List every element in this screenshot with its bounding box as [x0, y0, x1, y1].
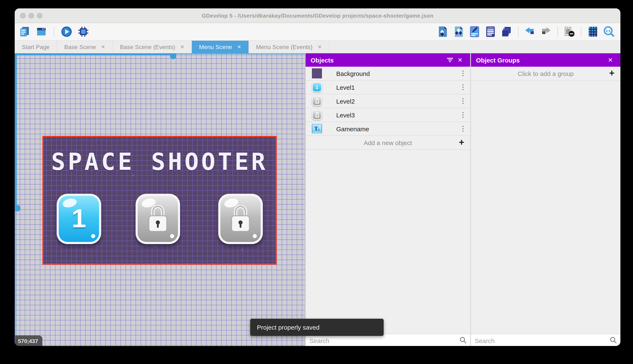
object-groups-panel-header: Object Groups ✕ — [471, 53, 620, 67]
toolbar-left — [15, 26, 89, 37]
level3-locked-button-instance[interactable] — [218, 194, 263, 244]
tab-base-scene[interactable]: Base Scene ✕ — [57, 41, 113, 53]
gamename-text-instance[interactable]: SPACE SHOOTER — [51, 148, 268, 175]
objects-search-input[interactable] — [305, 336, 442, 344]
objects-panel-title: Objects — [311, 56, 445, 64]
add-group-row[interactable]: Click to add a group + — [471, 67, 620, 80]
properties-icon[interactable] — [469, 26, 480, 37]
object-row-level2[interactable]: Level2 ⋮ — [305, 94, 470, 108]
vertical-scrollbar-thumb[interactable] — [15, 205, 21, 211]
search-icon — [609, 336, 617, 344]
tab-label: Menu Scene — [199, 44, 232, 50]
object-name: Level3 — [336, 111, 355, 118]
object-row-level1[interactable]: 1 Level1 ⋮ — [305, 80, 470, 94]
object-menu-kebab-icon[interactable]: ⋮ — [459, 99, 467, 103]
grid-icon[interactable] — [587, 26, 598, 37]
tab-label: Start Page — [22, 44, 50, 50]
horizontal-scrollbar-thumb[interactable] — [170, 53, 176, 59]
groups-search-bar — [471, 334, 620, 346]
cursor-coordinates-badge: 570;437 — [15, 336, 42, 346]
objects-panel-header: Objects ✕ — [305, 53, 470, 67]
objects-panel-empty-space — [305, 150, 470, 334]
close-panel-icon[interactable]: ✕ — [455, 55, 465, 65]
object-name: Level2 — [336, 98, 355, 105]
close-tab-icon[interactable]: ✕ — [237, 44, 241, 50]
close-tab-icon[interactable]: ✕ — [101, 44, 105, 50]
toolbar-separator — [518, 26, 518, 37]
add-object-row[interactable]: Add a new object + — [305, 136, 470, 150]
filter-icon[interactable] — [445, 55, 455, 65]
level2-locked-button-instance[interactable] — [136, 194, 180, 244]
undo-icon[interactable] — [524, 26, 536, 37]
vertical-scrollbar-fill — [15, 53, 17, 208]
tab-label: Menu Scene (Events) — [256, 44, 312, 50]
object-row-gamename[interactable]: Tx Gamename ⋮ — [305, 122, 470, 136]
zoom-window-button[interactable] — [37, 13, 42, 18]
redo-icon[interactable] — [540, 26, 552, 37]
object-groups-panel: Object Groups ✕ Click to add a group + — [471, 53, 620, 346]
save-toast: Project properly saved — [250, 319, 384, 336]
window-title: GDevelop 5 - /Users/dkarakay/Documents/G… — [202, 12, 433, 19]
horizontal-scrollbar-fill — [15, 53, 173, 55]
object-menu-kebab-icon[interactable]: ⋮ — [459, 127, 467, 131]
toolbar-separator — [557, 26, 558, 37]
level1-number: 1 — [72, 203, 86, 233]
object-name: Gamename — [336, 125, 369, 132]
level1-object-icon: 1 — [312, 82, 322, 92]
project-manager-icon[interactable] — [19, 26, 30, 37]
scene-canvas[interactable]: + + + + + + + + SPACE SHOOTER 1 — [15, 53, 305, 346]
minimize-window-button[interactable] — [29, 13, 34, 18]
star-decoration: + — [69, 183, 72, 188]
background-object-icon — [312, 68, 322, 78]
debug-icon[interactable] — [78, 26, 89, 37]
traffic-lights — [20, 8, 42, 23]
object-groups-empty-space — [471, 80, 620, 334]
zoom-1-1-icon[interactable]: 1:1 — [603, 26, 614, 37]
close-panel-icon[interactable]: ✕ — [605, 55, 615, 65]
tab-label: Base Scene — [64, 44, 96, 50]
toggle-mask-icon[interactable] — [564, 26, 575, 37]
add-group-label: Click to add a group — [518, 70, 574, 77]
star-decoration: + — [241, 247, 244, 252]
locked-object-icon — [312, 110, 322, 120]
tab-start-page[interactable]: Start Page — [15, 41, 57, 53]
object-name: Level1 — [336, 84, 355, 91]
tab-menu-scene-events[interactable]: Menu Scene (Events) ✕ — [249, 41, 329, 53]
groups-search-input[interactable] — [471, 336, 595, 344]
close-tab-icon[interactable]: ✕ — [318, 44, 322, 50]
object-menu-kebab-icon[interactable]: ⋮ — [459, 71, 467, 76]
toolbar-right: 1:1 — [437, 26, 620, 37]
add-object-plus-icon[interactable]: + — [459, 137, 464, 148]
text-object-icon: Tx — [312, 124, 322, 134]
tab-menu-scene[interactable]: Menu Scene ✕ — [192, 41, 249, 53]
play-icon[interactable] — [61, 26, 72, 37]
search-icon — [459, 336, 467, 344]
lock-icon — [147, 205, 169, 233]
scene-bounds-selected[interactable]: + + + + + + + + SPACE SHOOTER 1 — [42, 136, 277, 264]
editor-tabs: Start Page Base Scene ✕ Base Scene (Even… — [15, 41, 620, 53]
preview-window-icon[interactable] — [36, 26, 47, 37]
objects-panel: Objects ✕ Background ⋮ 1 Level1 ⋮ — [305, 53, 470, 346]
object-menu-kebab-icon[interactable]: ⋮ — [459, 85, 467, 89]
vertical-scrollbar[interactable] — [15, 53, 17, 346]
title-bar: GDevelop 5 - /Users/dkarakay/Documents/G… — [15, 8, 620, 23]
layers-icon[interactable] — [501, 26, 512, 37]
horizontal-scrollbar[interactable] — [15, 53, 305, 55]
close-tab-icon[interactable]: ✕ — [180, 44, 184, 50]
tab-label: Base Scene (Events) — [120, 44, 175, 50]
add-group-plus-icon[interactable]: + — [609, 68, 614, 79]
toolbar-separator — [54, 26, 54, 37]
object-groups-panel-icon[interactable] — [453, 26, 464, 37]
instances-list-icon[interactable] — [485, 26, 496, 37]
tab-base-scene-events[interactable]: Base Scene (Events) ✕ — [113, 41, 192, 53]
object-menu-kebab-icon[interactable]: ⋮ — [459, 113, 467, 117]
svg-text:1:1: 1:1 — [606, 29, 610, 33]
close-window-button[interactable] — [20, 13, 26, 18]
add-object-label: Add a new object — [364, 139, 412, 146]
main-area: + + + + + + + + SPACE SHOOTER 1 — [15, 53, 620, 346]
object-row-level3[interactable]: Level3 ⋮ — [305, 108, 470, 122]
toolbar: 1:1 — [15, 23, 620, 41]
objects-panel-icon[interactable] — [437, 26, 448, 37]
level1-button-instance[interactable]: 1 — [57, 194, 101, 244]
object-row-background[interactable]: Background ⋮ — [305, 67, 470, 80]
